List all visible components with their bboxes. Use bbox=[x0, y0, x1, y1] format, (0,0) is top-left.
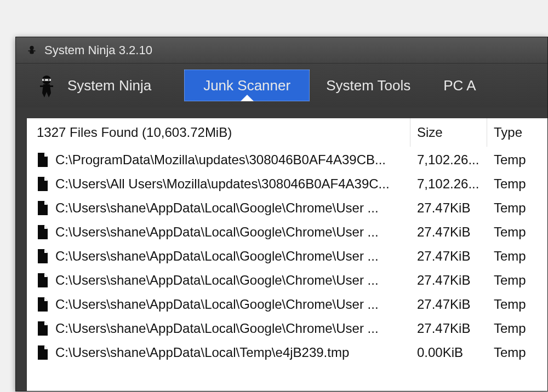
file-type: Temp bbox=[487, 345, 547, 360]
file-path: C:\Users\shane\AppData\Local\Google\Chro… bbox=[55, 200, 410, 216]
app-icon bbox=[26, 44, 38, 56]
table-row[interactable]: C:\Users\shane\AppData\Local\Google\Chro… bbox=[27, 244, 547, 268]
svg-rect-5 bbox=[42, 79, 51, 81]
column-header-type[interactable]: Type bbox=[487, 118, 547, 147]
file-size: 27.47KiB bbox=[410, 249, 487, 264]
file-type: Temp bbox=[487, 273, 547, 288]
file-icon bbox=[37, 201, 55, 215]
svg-rect-2 bbox=[28, 50, 30, 51]
file-path: C:\Users\shane\AppData\Local\Google\Chro… bbox=[55, 249, 410, 264]
svg-point-6 bbox=[44, 79, 45, 81]
titlebar[interactable]: System Ninja 3.2.10 bbox=[16, 37, 547, 64]
app-brand[interactable]: System Ninja bbox=[35, 70, 184, 101]
svg-rect-8 bbox=[40, 85, 43, 87]
list-body: C:\ProgramData\Mozilla\updates\308046B0A… bbox=[27, 147, 547, 365]
file-list-panel: 1327 Files Found (10,603.72MiB) Size Typ… bbox=[27, 118, 547, 391]
file-icon bbox=[37, 345, 55, 360]
table-row[interactable]: C:\Users\shane\AppData\Local\Google\Chro… bbox=[27, 196, 547, 220]
file-size: 7,102.26... bbox=[410, 152, 487, 168]
tab-bar: System Ninja Junk Scanner System Tools P… bbox=[16, 64, 547, 107]
file-path: C:\Users\All Users\Mozilla\updates\30804… bbox=[55, 176, 410, 192]
app-name-label: System Ninja bbox=[67, 77, 151, 94]
file-size: 7,102.26... bbox=[410, 176, 487, 192]
size-header-label: Size bbox=[417, 125, 443, 140]
file-icon bbox=[37, 321, 55, 336]
file-size: 27.47KiB bbox=[410, 200, 487, 216]
table-row[interactable]: C:\Users\shane\AppData\Local\Google\Chro… bbox=[27, 268, 547, 292]
file-type: Temp bbox=[487, 321, 547, 336]
svg-point-0 bbox=[30, 45, 33, 49]
svg-point-7 bbox=[48, 79, 50, 81]
file-type: Temp bbox=[487, 224, 547, 240]
file-size: 27.47KiB bbox=[410, 273, 487, 288]
tab-junk-scanner[interactable]: Junk Scanner bbox=[184, 70, 310, 101]
file-icon bbox=[37, 177, 55, 191]
table-row[interactable]: C:\Users\shane\AppData\Local\Temp\e4jB23… bbox=[27, 341, 547, 365]
files-found-summary: 1327 Files Found (10,603.72MiB) bbox=[37, 125, 232, 140]
file-path: C:\Users\shane\AppData\Local\Google\Chro… bbox=[55, 273, 410, 288]
file-path: C:\Users\shane\AppData\Local\Google\Chro… bbox=[55, 224, 410, 240]
file-icon bbox=[37, 153, 55, 167]
tab-label: PC A bbox=[443, 77, 476, 94]
list-header[interactable]: 1327 Files Found (10,603.72MiB) Size Typ… bbox=[27, 118, 547, 147]
file-icon bbox=[37, 249, 55, 263]
tab-system-tools[interactable]: System Tools bbox=[310, 70, 427, 101]
table-row[interactable]: C:\Users\shane\AppData\Local\Google\Chro… bbox=[27, 316, 547, 341]
file-icon bbox=[37, 273, 55, 287]
column-header-summary[interactable]: 1327 Files Found (10,603.72MiB) bbox=[27, 118, 410, 147]
tab-label: Junk Scanner bbox=[203, 77, 290, 94]
ninja-icon bbox=[35, 73, 59, 97]
table-row[interactable]: C:\Users\shane\AppData\Local\Google\Chro… bbox=[27, 292, 547, 316]
table-row[interactable]: C:\Users\shane\AppData\Local\Google\Chro… bbox=[27, 220, 547, 244]
file-type: Temp bbox=[487, 200, 547, 216]
file-type: Temp bbox=[487, 152, 547, 168]
file-type: Temp bbox=[487, 176, 547, 192]
svg-rect-1 bbox=[30, 50, 33, 54]
file-path: C:\ProgramData\Mozilla\updates\308046B0A… bbox=[55, 152, 410, 168]
file-size: 27.47KiB bbox=[410, 297, 487, 312]
file-path: C:\Users\shane\AppData\Local\Temp\e4jB23… bbox=[55, 345, 410, 360]
type-header-label: Type bbox=[494, 125, 522, 140]
file-size: 27.47KiB bbox=[410, 321, 487, 336]
app-window: System Ninja 3.2.10 System Ninja Junk Sc… bbox=[15, 37, 548, 391]
table-row[interactable]: C:\Users\All Users\Mozilla\updates\30804… bbox=[27, 172, 547, 196]
file-path: C:\Users\shane\AppData\Local\Google\Chro… bbox=[55, 297, 410, 312]
tab-label: System Tools bbox=[326, 77, 410, 94]
file-size: 27.47KiB bbox=[410, 224, 487, 240]
column-header-size[interactable]: Size bbox=[410, 118, 487, 147]
file-size: 0.00KiB bbox=[410, 345, 487, 360]
file-icon bbox=[37, 297, 55, 312]
table-row[interactable]: C:\ProgramData\Mozilla\updates\308046B0A… bbox=[27, 148, 547, 172]
file-icon bbox=[37, 225, 55, 239]
svg-rect-9 bbox=[50, 85, 53, 87]
file-type: Temp bbox=[487, 249, 547, 264]
window-title: System Ninja 3.2.10 bbox=[44, 43, 152, 57]
file-type: Temp bbox=[487, 297, 547, 312]
tab-pc-analysis[interactable]: PC A bbox=[427, 70, 492, 101]
file-path: C:\Users\shane\AppData\Local\Google\Chro… bbox=[55, 321, 410, 336]
svg-rect-3 bbox=[34, 50, 36, 51]
